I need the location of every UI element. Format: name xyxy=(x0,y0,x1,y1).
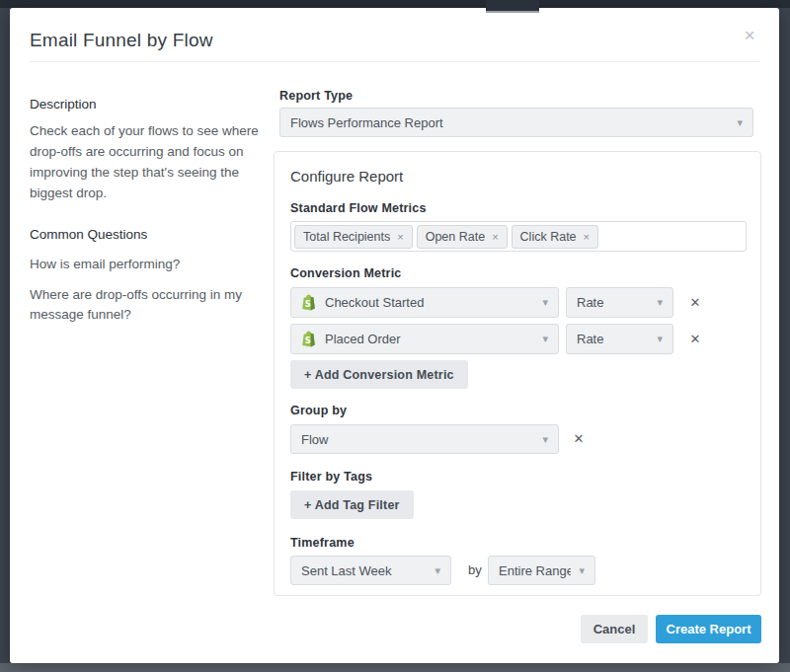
group-by-value: Flow xyxy=(301,432,534,447)
remove-conversion-row-icon[interactable]: ✕ xyxy=(687,295,703,311)
report-type-select[interactable]: Flows Performance Report ▾ xyxy=(279,108,753,137)
svg-text:S: S xyxy=(305,299,311,309)
chevron-down-icon: ▾ xyxy=(657,296,663,309)
timeframe-select[interactable]: Sent Last Week ▾ xyxy=(290,556,451,585)
remove-chip-icon[interactable]: × xyxy=(397,231,403,243)
chevron-down-icon: ▾ xyxy=(542,433,548,446)
add-conversion-metric-button[interactable]: + Add Conversion Metric xyxy=(290,360,468,389)
conversion-metric-label: Conversion Metric xyxy=(290,266,401,280)
add-tag-filter-button[interactable]: + Add Tag Filter xyxy=(290,490,414,519)
metric-chip[interactable]: Total Recipients × xyxy=(294,225,413,249)
timeframe-by-text: by xyxy=(468,562,482,577)
header-divider xyxy=(30,61,759,62)
close-icon[interactable]: × xyxy=(738,24,761,47)
standard-metrics-tag-input[interactable]: Total Recipients × Open Rate × Click Rat… xyxy=(290,221,747,252)
chevron-down-icon: ▾ xyxy=(657,333,663,345)
svg-text:S: S xyxy=(305,336,311,345)
remove-group-by-icon[interactable]: ✕ xyxy=(571,431,587,447)
conversion-metric-select[interactable]: S Checkout Started ▾ xyxy=(290,287,559,318)
conversion-mode-value: Rate xyxy=(577,332,649,346)
question-item: Where are drop-offs occurring in my mess… xyxy=(30,285,267,325)
shopify-icon: S xyxy=(301,331,316,347)
filter-by-tags-label: Filter by Tags xyxy=(290,470,372,484)
timeframe-interval-value: Entire Range xyxy=(499,563,571,578)
chevron-down-icon: ▾ xyxy=(542,333,548,345)
question-item: How is email performing? xyxy=(30,255,267,274)
remove-chip-icon[interactable]: × xyxy=(584,231,590,243)
chip-label: Total Recipients xyxy=(303,230,390,244)
conversion-mode-value: Rate xyxy=(577,295,649,310)
standard-flow-metrics-label: Standard Flow Metrics xyxy=(290,201,427,215)
chevron-down-icon: ▾ xyxy=(737,116,743,129)
conversion-mode-select[interactable]: Rate ▾ xyxy=(566,324,673,354)
description-text: Check each of your flows to see where dr… xyxy=(30,120,267,203)
report-type-label: Report Type xyxy=(279,89,353,103)
conversion-metric-select[interactable]: S Placed Order ▾ xyxy=(290,324,559,354)
timeframe-label: Timeframe xyxy=(290,536,355,550)
background-page-strip xyxy=(0,663,790,672)
conversion-metric-value: Checkout Started xyxy=(325,295,534,310)
modal-title: Email Funnel by Flow xyxy=(30,30,213,51)
conversion-metric-value: Placed Order xyxy=(325,332,534,346)
background-nav-bar xyxy=(0,0,790,8)
description-heading: Description xyxy=(30,97,267,112)
remove-chip-icon[interactable]: × xyxy=(492,231,498,243)
metric-chip[interactable]: Open Rate × xyxy=(417,225,508,249)
remove-conversion-row-icon[interactable]: ✕ xyxy=(687,332,703,347)
chevron-down-icon: ▾ xyxy=(434,564,440,577)
shopify-icon: S xyxy=(301,294,316,311)
chip-label: Click Rate xyxy=(520,230,577,244)
cancel-button[interactable]: Cancel xyxy=(581,615,648,643)
chevron-down-icon: ▾ xyxy=(542,296,548,309)
background-nav-item xyxy=(486,0,539,13)
create-report-modal: Email Funnel by Flow × Description Check… xyxy=(10,8,779,663)
chip-label: Open Rate xyxy=(426,230,485,244)
chevron-down-icon: ▾ xyxy=(579,564,585,577)
description-panel: Description Check each of your flows to … xyxy=(30,97,267,336)
configure-report-heading: Configure Report xyxy=(290,168,403,185)
metric-chip[interactable]: Click Rate × xyxy=(512,225,598,249)
common-questions-heading: Common Questions xyxy=(30,227,267,242)
timeframe-value: Sent Last Week xyxy=(301,563,427,578)
group-by-select[interactable]: Flow ▾ xyxy=(290,424,559,454)
configure-report-panel: Configure Report Standard Flow Metrics T… xyxy=(274,151,761,596)
group-by-label: Group by xyxy=(290,404,347,417)
timeframe-interval-select[interactable]: Entire Range ▾ xyxy=(488,556,595,585)
create-report-button[interactable]: Create Report xyxy=(656,615,761,643)
report-type-value: Flows Performance Report xyxy=(290,115,729,130)
conversion-mode-select[interactable]: Rate ▾ xyxy=(566,287,673,318)
